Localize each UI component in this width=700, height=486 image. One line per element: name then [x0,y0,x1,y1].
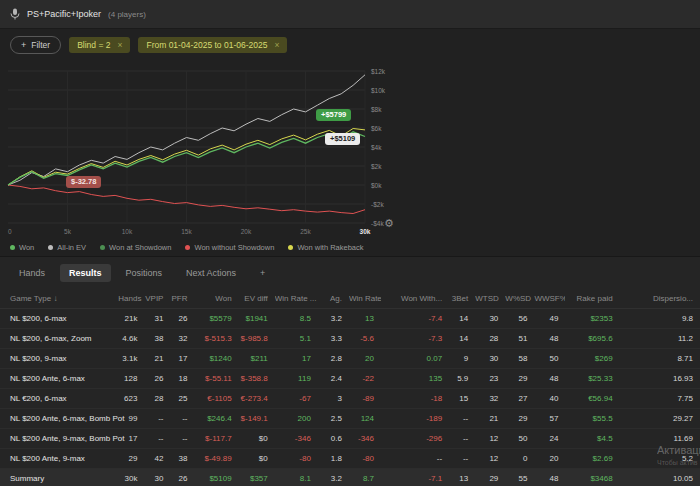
stat-cell: 5.9 [449,369,475,389]
chip-close-icon[interactable]: × [274,40,279,50]
chip-label: Blind = 2 [77,40,110,50]
tab-hands[interactable]: Hands [10,264,54,282]
stat-cell: -346 [349,429,381,449]
column-header[interactable]: WTSD [475,289,505,309]
y-axis-label: $4k [371,144,382,151]
column-header[interactable]: Won [195,289,239,309]
table-row[interactable]: NL $200 Ante, 9-max, Bomb Pot17----$-117… [0,429,700,449]
stat-cell: $1240 [195,349,239,369]
table-row[interactable]: NL €200, 6-max6232825€-1105€-273.4-673-8… [0,389,700,409]
table-row[interactable]: NL $200 Ante, 6-max1282618$-55.11$-358.8… [0,369,700,389]
stat-cell: 11.2 [620,329,700,349]
summary-row[interactable]: Summary30k3026$5109$3578.13.28.7-7.11329… [0,469,700,486]
table-row[interactable]: NL $200 Ante, 6-max, Bomb Pot99----$246.… [0,409,700,429]
stat-cell: 3.2 [318,309,349,329]
stat-cell: -89 [349,389,381,409]
column-header[interactable]: VPIP [144,289,170,309]
legend-item[interactable]: Won at Showdown [100,243,171,252]
stat-cell: $2.69 [565,449,619,469]
column-header[interactable]: Hands [118,289,144,309]
stat-cell: 40 [534,389,565,409]
stat-cell: -80 [349,449,381,469]
column-header[interactable]: PFR [170,289,194,309]
stat-cell: 12 [475,449,505,469]
table-header-row: Game Type ↓HandsVPIPPFRWonEV diffWin Rat… [0,289,700,309]
stat-cell: -22 [349,369,381,389]
stat-cell: -296 [381,429,449,449]
table-row[interactable]: NL $200, 9-max3.1k2117$1240$211172.8200.… [0,349,700,369]
y-axis-label: $6k [371,125,382,132]
add-tab-button[interactable]: + [251,264,274,282]
stat-cell: $5109 [195,469,239,486]
stat-cell: 57 [534,409,565,429]
legend-dot-icon [10,245,15,250]
stat-cell: 24 [534,429,565,449]
stat-cell: 119 [275,369,318,389]
x-axis-label: 5k [64,228,72,235]
stat-cell: $-985.8 [239,329,275,349]
stat-cell: 50 [505,429,534,449]
column-header[interactable]: 3Bet [449,289,475,309]
column-header[interactable]: Rake paid [565,289,619,309]
stat-cell: 38 [144,329,170,349]
table-row[interactable]: NL $200, 6-max, Zoom4.6k3832$-515.3$-985… [0,329,700,349]
column-header[interactable]: Win Rate ... [275,289,318,309]
legend-label: Won [19,243,34,252]
legend-item[interactable]: Won with Rakeback [288,243,363,252]
game-type-cell: NL $200 Ante, 9-max, Bomb Pot [0,429,118,449]
column-header[interactable]: WWSF% [534,289,565,309]
stat-cell: 28 [475,329,505,349]
column-header[interactable]: Dispersio... [620,289,700,309]
stat-cell: 26 [144,369,170,389]
filter-chip-blind[interactable]: Blind = 2 × [69,37,130,53]
x-axis-label: 0 [8,228,12,235]
add-filter-button[interactable]: + Filter [10,36,61,54]
filter-chip-date-range[interactable]: From 01-04-2025 to 01-06-2025 × [138,37,287,53]
y-axis-label: $2k [371,163,382,170]
stat-cell: 16.93 [620,369,700,389]
winnings-chart[interactable]: $12k$10k$8k$6k$4k$2k$0k-$2k-$4k05k10k15k… [0,61,420,239]
stat-cell: 30 [144,469,170,486]
results-table: Game Type ↓HandsVPIPPFRWonEV diffWin Rat… [0,289,700,486]
stat-cell: 51 [505,329,534,349]
column-header[interactable]: Won With... [381,289,449,309]
column-header[interactable]: Win Rate,... [349,289,381,309]
legend-label: Won with Rakeback [297,243,363,252]
player-pool-title[interactable]: PS+Pacific+Ipoker [27,9,101,19]
legend-item[interactable]: Won [10,243,34,252]
legend-label: All-in EV [57,243,86,252]
stat-cell: $1941 [239,309,275,329]
chip-close-icon[interactable]: × [117,40,122,50]
stat-cell: $4.5 [565,429,619,449]
stat-cell: -- [449,429,475,449]
stat-cell: 2.4 [318,369,349,389]
winnings-chart-svg[interactable]: $12k$10k$8k$6k$4k$2k$0k-$2k-$4k05k10k15k… [0,61,420,239]
stat-cell: 200 [275,409,318,429]
stat-cell: 30k [118,469,144,486]
stat-cell: -- [144,409,170,429]
column-header[interactable]: Game Type ↓ [0,289,118,309]
tab-positions[interactable]: Positions [117,264,172,282]
stat-cell: -- [381,449,449,469]
column-header[interactable]: EV diff [239,289,275,309]
legend-item[interactable]: All-in EV [48,243,86,252]
stat-cell: -- [449,409,475,429]
column-header[interactable]: Ag. [318,289,349,309]
table-row[interactable]: NL $200 Ante, 9-max294238$-49.89$0-801.8… [0,449,700,469]
column-header[interactable]: W%SD [505,289,534,309]
stat-cell: €-1105 [195,389,239,409]
tab-next-actions[interactable]: Next Actions [177,264,245,282]
stat-cell: $-55.11 [195,369,239,389]
legend-label: Won without Showdown [194,243,274,252]
y-axis-label: -$2k [371,201,384,208]
stat-cell: 29 [118,449,144,469]
stat-cell: 2.8 [318,349,349,369]
chart-settings-gear-icon[interactable]: ⚙ [384,217,394,230]
stats-tabs: HandsResultsPositionsNext Actions+ [0,257,700,289]
stat-cell: -67 [275,389,318,409]
legend-item[interactable]: Won without Showdown [185,243,274,252]
tab-results[interactable]: Results [60,264,111,282]
table-row[interactable]: NL $200, 6-max21k3126$5579$19418.53.213-… [0,309,700,329]
stat-cell: $0 [239,429,275,449]
stat-cell: $-515.3 [195,329,239,349]
